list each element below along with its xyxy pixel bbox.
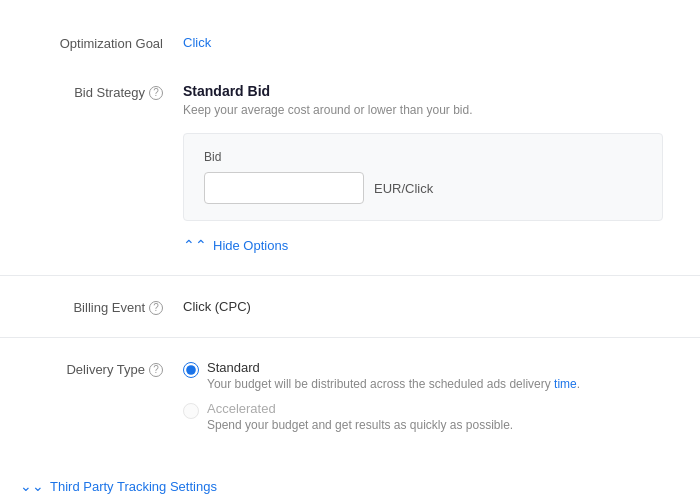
- bid-strategy-description: Keep your average cost around or lower t…: [183, 103, 680, 117]
- chevron-down-icon: ⌄⌄: [20, 478, 44, 494]
- optimization-goal-label-text: Optimization Goal: [60, 36, 163, 51]
- divider-2: [0, 337, 700, 338]
- page-container: Optimization Goal Click Bid Strategy ? S…: [0, 0, 700, 503]
- delivery-type-standard-label: Standard: [207, 360, 580, 375]
- billing-event-label-text: Billing Event: [73, 300, 145, 315]
- delivery-type-help-icon[interactable]: ?: [149, 363, 163, 377]
- third-party-tracking-row[interactable]: ⌄⌄ Third Party Tracking Settings: [0, 464, 700, 503]
- delivery-type-accelerated-radio[interactable]: [183, 403, 199, 419]
- divider-1: [0, 275, 700, 276]
- bid-strategy-label: Bid Strategy ?: [20, 83, 175, 100]
- hide-options-label: Hide Options: [213, 238, 288, 253]
- delivery-type-standard-desc: Your budget will be distributed across t…: [207, 377, 580, 391]
- bid-strategy-help-icon[interactable]: ?: [149, 86, 163, 100]
- delivery-type-standard-option: Standard Your budget will be distributed…: [183, 360, 680, 391]
- optimization-goal-value: Click: [183, 33, 211, 50]
- optimization-goal-content: Click: [175, 34, 680, 50]
- delivery-type-row: Delivery Type ? Standard Your budget wil…: [0, 346, 700, 456]
- bid-input[interactable]: [204, 172, 364, 204]
- chevron-up-icon: ⌃⌃: [183, 237, 207, 253]
- billing-event-row: Billing Event ? Click (CPC): [0, 284, 700, 329]
- delivery-type-accelerated-label: Accelerated: [207, 401, 513, 416]
- bid-strategy-content: Standard Bid Keep your average cost arou…: [175, 83, 680, 253]
- billing-event-label: Billing Event ?: [20, 298, 175, 315]
- third-party-tracking-label: Third Party Tracking Settings: [50, 479, 217, 494]
- bid-strategy-label-text: Bid Strategy: [74, 85, 145, 100]
- billing-event-content: Click (CPC): [175, 298, 680, 314]
- delivery-type-label: Delivery Type ?: [20, 360, 175, 377]
- delivery-type-standard-label-group: Standard Your budget will be distributed…: [207, 360, 580, 391]
- hide-options-button[interactable]: ⌃⌃ Hide Options: [183, 237, 680, 253]
- delivery-type-standard-radio[interactable]: [183, 362, 199, 378]
- optimization-goal-label: Optimization Goal: [20, 34, 175, 51]
- delivery-type-standard-desc-text: Your budget will be distributed across t…: [207, 377, 554, 391]
- delivery-type-accelerated-label-group: Accelerated Spend your budget and get re…: [207, 401, 513, 432]
- delivery-type-content: Standard Your budget will be distributed…: [175, 360, 680, 442]
- optimization-goal-row: Optimization Goal Click: [0, 20, 700, 65]
- billing-event-value: Click (CPC): [183, 297, 251, 314]
- delivery-type-accelerated-option: Accelerated Spend your budget and get re…: [183, 401, 680, 432]
- delivery-type-label-text: Delivery Type: [66, 362, 145, 377]
- bid-currency: EUR/Click: [374, 181, 433, 196]
- bid-box-label: Bid: [204, 150, 642, 164]
- bid-input-row: EUR/Click: [204, 172, 642, 204]
- bid-strategy-row: Bid Strategy ? Standard Bid Keep your av…: [0, 69, 700, 267]
- delivery-type-accelerated-desc: Spend your budget and get results as qui…: [207, 418, 513, 432]
- bid-strategy-title: Standard Bid: [183, 83, 680, 99]
- billing-event-help-icon[interactable]: ?: [149, 301, 163, 315]
- bid-box: Bid EUR/Click: [183, 133, 663, 221]
- delivery-type-standard-desc-link: time: [554, 377, 577, 391]
